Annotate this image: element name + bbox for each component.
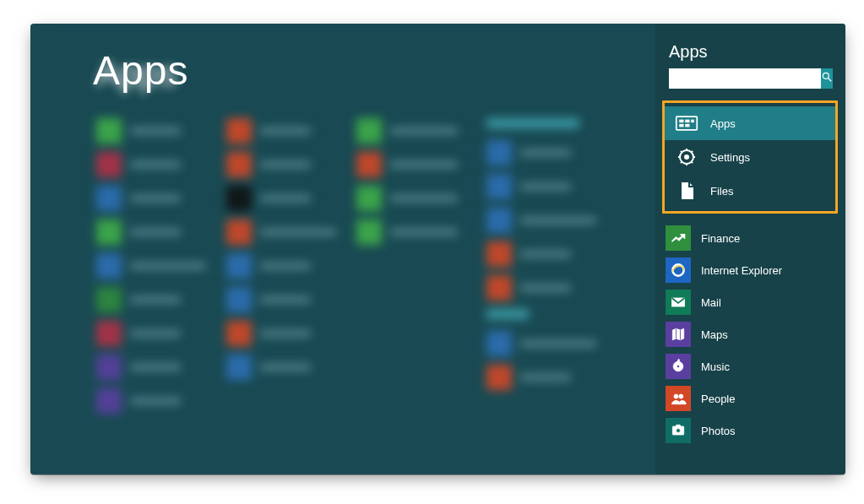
- mail-icon: [666, 290, 691, 315]
- search-scope-highlight: Apps Settings Fi: [662, 100, 838, 214]
- svg-rect-19: [677, 425, 681, 427]
- svg-rect-3: [679, 120, 683, 123]
- suggestion-label: Maps: [701, 328, 728, 341]
- search-input[interactable]: [669, 68, 821, 89]
- search-scope-files[interactable]: Files: [665, 174, 835, 208]
- svg-rect-6: [679, 124, 683, 127]
- search-row: [669, 68, 832, 89]
- search-icon: [821, 71, 833, 86]
- suggestion-label: Mail: [701, 296, 721, 309]
- suggestion-finance[interactable]: Finance: [666, 222, 835, 254]
- search-scope-apps[interactable]: Apps: [665, 106, 835, 140]
- suggestion-maps[interactable]: Maps: [666, 318, 835, 350]
- music-icon: [666, 354, 691, 379]
- finance-icon: [666, 225, 691, 251]
- search-scope-label: Settings: [710, 151, 750, 164]
- svg-point-8: [684, 154, 689, 160]
- svg-point-18: [677, 429, 681, 433]
- search-pane-title: Apps: [669, 42, 845, 62]
- page-title: Apps: [93, 47, 188, 94]
- suggestion-label: Finance: [701, 232, 740, 245]
- people-icon: [666, 386, 691, 411]
- apps-grid-icon: [673, 111, 700, 135]
- suggestion-label: Music: [701, 360, 730, 373]
- search-scope-label: Files: [710, 185, 733, 198]
- svg-rect-5: [691, 120, 694, 123]
- suggestion-mail[interactable]: Mail: [666, 286, 835, 318]
- svg-rect-4: [685, 120, 689, 123]
- suggestion-music[interactable]: Music: [666, 350, 835, 382]
- suggestion-photos[interactable]: Photos: [666, 415, 835, 447]
- screenshot-root: Apps: [0, 0, 864, 504]
- window-frame: Apps: [30, 24, 845, 474]
- search-scope-label: Apps: [710, 117, 736, 130]
- suggestion-internet-explorer[interactable]: Internet Explorer: [666, 254, 835, 286]
- search-button[interactable]: [821, 68, 833, 89]
- photos-icon: [666, 418, 691, 443]
- suggestion-label: Internet Explorer: [701, 264, 782, 277]
- svg-rect-2: [677, 117, 698, 130]
- svg-point-16: [679, 394, 683, 398]
- suggestion-label: People: [701, 393, 735, 405]
- maps-icon: [666, 322, 691, 347]
- search-suggestions: Finance Internet Explorer Mail: [655, 222, 845, 447]
- suggestion-label: Photos: [701, 425, 735, 437]
- svg-point-15: [674, 394, 678, 398]
- svg-point-13: [677, 365, 679, 367]
- search-pane: Apps: [655, 24, 845, 474]
- file-icon: [673, 179, 700, 203]
- search-scope-settings[interactable]: Settings: [665, 140, 835, 174]
- ie-icon: [666, 257, 691, 283]
- svg-line-1: [829, 79, 832, 82]
- svg-point-0: [823, 73, 829, 79]
- gear-icon: [673, 145, 700, 169]
- suggestion-people[interactable]: People: [666, 382, 835, 415]
- svg-rect-7: [685, 124, 689, 127]
